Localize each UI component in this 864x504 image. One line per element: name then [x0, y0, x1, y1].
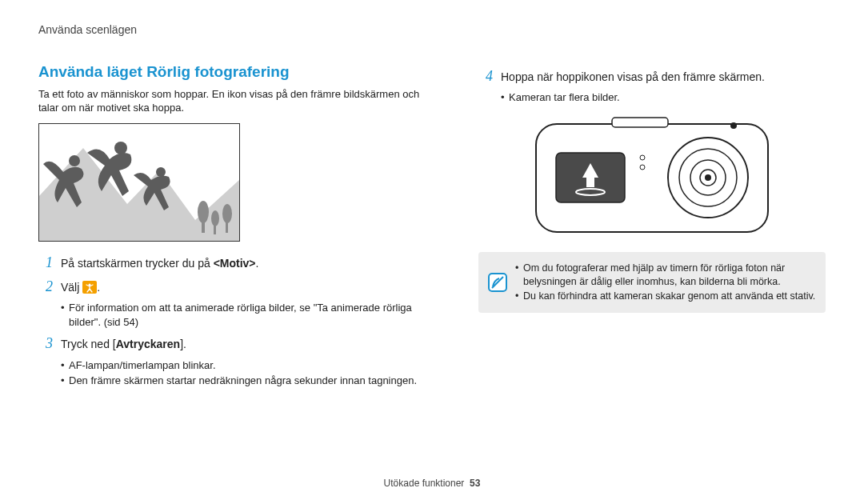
- step-3-post: ].: [180, 338, 186, 350]
- svg-rect-1: [202, 218, 205, 233]
- list-item: AF-lampan/timerlampan blinkar.: [61, 358, 422, 373]
- page-footer: Utökade funktioner 53: [0, 477, 864, 490]
- step-2-pre: Välj: [61, 281, 82, 294]
- svg-point-23: [705, 174, 711, 181]
- svg-rect-3: [214, 223, 216, 234]
- section-title: Använda läget Rörlig fotografering: [38, 62, 422, 82]
- step-2-bullets: För information om att ta animerade rörl…: [61, 301, 422, 329]
- list-item: Du kan förhindra att kameran skakar geno…: [515, 290, 816, 303]
- step-text: På startskärmen trycker du på <Motiv>.: [61, 256, 422, 271]
- step-2: 2 Välj .: [38, 277, 422, 296]
- step-1-bold: <Motiv>: [214, 257, 256, 270]
- svg-rect-12: [612, 118, 668, 127]
- right-column: 4 Hoppa när hoppikonen visas på den främ…: [478, 62, 826, 391]
- svg-rect-15: [586, 176, 594, 187]
- step-number: 1: [38, 253, 53, 272]
- jump-mode-icon: [82, 281, 97, 294]
- note-box: Om du fotograferar med hjälp av timern f…: [478, 252, 826, 314]
- svg-point-8: [156, 167, 166, 177]
- note-icon-wrap: [488, 260, 507, 306]
- step-4-bullets: Kameran tar flera bilder.: [501, 90, 826, 105]
- svg-rect-5: [226, 220, 228, 233]
- step-text: Tryck ned [Avtryckaren].: [61, 337, 422, 352]
- step-3-bold: Avtryckaren: [116, 338, 180, 350]
- step-1-post: .: [256, 257, 259, 270]
- step-3-pre: Tryck ned [: [61, 338, 116, 350]
- step-number: 4: [478, 66, 493, 86]
- info-icon: [488, 273, 507, 292]
- note-list: Om du fotograferar med hjälp av timern f…: [515, 260, 816, 306]
- step-1-pre: På startskärmen trycker du på: [61, 257, 214, 270]
- svg-point-7: [114, 142, 127, 154]
- list-item: Om du fotograferar med hjälp av timern f…: [515, 262, 816, 289]
- step-2-post: .: [97, 281, 100, 294]
- list-item: För information om att ta animerade rörl…: [61, 301, 422, 329]
- list-item: Kameran tar flera bilder.: [501, 90, 826, 105]
- breadcrumb: Använda scenlägen: [38, 22, 826, 38]
- step-text: Välj .: [61, 280, 422, 295]
- svg-point-6: [69, 155, 80, 166]
- step-text: Hoppa när hoppikonen visas på den främre…: [501, 70, 826, 85]
- manual-page: Använda scenlägen Använda läget Rörlig f…: [0, 0, 864, 504]
- list-item: Den främre skärmen startar nedräkningen …: [61, 374, 422, 388]
- svg-point-13: [730, 122, 737, 129]
- left-column: Använda läget Rörlig fotografering Ta et…: [38, 62, 422, 391]
- step-4: 4 Hoppa när hoppikonen visas på den främ…: [478, 66, 826, 86]
- jumping-people-illustration: [38, 123, 240, 242]
- camera-illustration: [478, 110, 826, 238]
- step-3-bullets: AF-lampan/timerlampan blinkar. Den främr…: [61, 358, 422, 388]
- page-number: 53: [470, 478, 480, 489]
- two-column-layout: Använda läget Rörlig fotografering Ta et…: [38, 62, 826, 391]
- intro-text: Ta ett foto av människor som hoppar. En …: [38, 87, 422, 115]
- footer-section: Utökade funktioner: [384, 478, 465, 489]
- step-number: 2: [38, 277, 53, 296]
- step-number: 3: [38, 334, 53, 353]
- step-1: 1 På startskärmen trycker du på <Motiv>.: [38, 253, 422, 272]
- step-3: 3 Tryck ned [Avtryckaren].: [38, 334, 422, 353]
